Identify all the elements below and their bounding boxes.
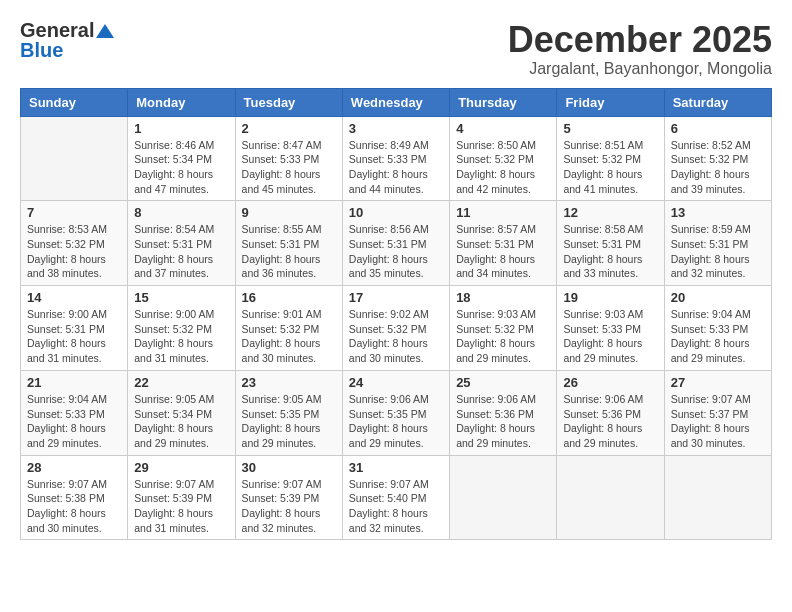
calendar-cell: 20Sunrise: 9:04 AMSunset: 5:33 PMDayligh… [664,286,771,371]
day-number: 16 [242,290,336,305]
day-info: Sunrise: 8:59 AMSunset: 5:31 PMDaylight:… [671,222,765,281]
day-info: Sunrise: 8:49 AMSunset: 5:33 PMDaylight:… [349,138,443,197]
calendar-week-row: 21Sunrise: 9:04 AMSunset: 5:33 PMDayligh… [21,370,772,455]
calendar-day-header: Sunday [21,88,128,116]
calendar-cell: 10Sunrise: 8:56 AMSunset: 5:31 PMDayligh… [342,201,449,286]
location-title: Jargalant, Bayanhongor, Mongolia [508,60,772,78]
day-info: Sunrise: 9:03 AMSunset: 5:33 PMDaylight:… [563,307,657,366]
calendar-cell: 26Sunrise: 9:06 AMSunset: 5:36 PMDayligh… [557,370,664,455]
calendar-cell: 29Sunrise: 9:07 AMSunset: 5:39 PMDayligh… [128,455,235,540]
day-number: 9 [242,205,336,220]
calendar-cell [664,455,771,540]
calendar-cell: 28Sunrise: 9:07 AMSunset: 5:38 PMDayligh… [21,455,128,540]
day-info: Sunrise: 8:56 AMSunset: 5:31 PMDaylight:… [349,222,443,281]
day-number: 31 [349,460,443,475]
day-number: 6 [671,121,765,136]
day-info: Sunrise: 9:06 AMSunset: 5:36 PMDaylight:… [563,392,657,451]
day-number: 17 [349,290,443,305]
calendar-cell: 7Sunrise: 8:53 AMSunset: 5:32 PMDaylight… [21,201,128,286]
day-info: Sunrise: 9:07 AMSunset: 5:40 PMDaylight:… [349,477,443,536]
day-info: Sunrise: 9:00 AMSunset: 5:32 PMDaylight:… [134,307,228,366]
day-number: 26 [563,375,657,390]
day-info: Sunrise: 8:50 AMSunset: 5:32 PMDaylight:… [456,138,550,197]
day-info: Sunrise: 8:52 AMSunset: 5:32 PMDaylight:… [671,138,765,197]
calendar-week-row: 7Sunrise: 8:53 AMSunset: 5:32 PMDaylight… [21,201,772,286]
calendar-table: SundayMondayTuesdayWednesdayThursdayFrid… [20,88,772,541]
calendar-cell: 6Sunrise: 8:52 AMSunset: 5:32 PMDaylight… [664,116,771,201]
day-info: Sunrise: 9:01 AMSunset: 5:32 PMDaylight:… [242,307,336,366]
calendar-cell: 12Sunrise: 8:58 AMSunset: 5:31 PMDayligh… [557,201,664,286]
day-number: 14 [27,290,121,305]
day-info: Sunrise: 9:07 AMSunset: 5:37 PMDaylight:… [671,392,765,451]
day-number: 4 [456,121,550,136]
calendar-cell: 31Sunrise: 9:07 AMSunset: 5:40 PMDayligh… [342,455,449,540]
day-number: 23 [242,375,336,390]
calendar-cell: 30Sunrise: 9:07 AMSunset: 5:39 PMDayligh… [235,455,342,540]
calendar-cell: 8Sunrise: 8:54 AMSunset: 5:31 PMDaylight… [128,201,235,286]
calendar-day-header: Monday [128,88,235,116]
day-info: Sunrise: 8:51 AMSunset: 5:32 PMDaylight:… [563,138,657,197]
day-info: Sunrise: 9:07 AMSunset: 5:38 PMDaylight:… [27,477,121,536]
logo-general-text: General [20,20,94,40]
calendar-cell: 11Sunrise: 8:57 AMSunset: 5:31 PMDayligh… [450,201,557,286]
calendar-cell [557,455,664,540]
logo-triangle-icon [96,24,114,38]
day-number: 5 [563,121,657,136]
calendar-cell: 23Sunrise: 9:05 AMSunset: 5:35 PMDayligh… [235,370,342,455]
calendar-cell: 24Sunrise: 9:06 AMSunset: 5:35 PMDayligh… [342,370,449,455]
day-info: Sunrise: 8:55 AMSunset: 5:31 PMDaylight:… [242,222,336,281]
calendar-cell: 16Sunrise: 9:01 AMSunset: 5:32 PMDayligh… [235,286,342,371]
calendar-cell: 15Sunrise: 9:00 AMSunset: 5:32 PMDayligh… [128,286,235,371]
day-number: 15 [134,290,228,305]
calendar-day-header: Thursday [450,88,557,116]
month-title: December 2025 [508,20,772,60]
page-header: General Blue December 2025 Jargalant, Ba… [20,20,772,78]
calendar-cell: 21Sunrise: 9:04 AMSunset: 5:33 PMDayligh… [21,370,128,455]
day-info: Sunrise: 9:07 AMSunset: 5:39 PMDaylight:… [242,477,336,536]
calendar-cell: 19Sunrise: 9:03 AMSunset: 5:33 PMDayligh… [557,286,664,371]
calendar-day-header: Wednesday [342,88,449,116]
day-number: 24 [349,375,443,390]
calendar-cell: 17Sunrise: 9:02 AMSunset: 5:32 PMDayligh… [342,286,449,371]
day-number: 10 [349,205,443,220]
calendar-day-header: Saturday [664,88,771,116]
day-number: 27 [671,375,765,390]
calendar-cell [21,116,128,201]
day-info: Sunrise: 8:57 AMSunset: 5:31 PMDaylight:… [456,222,550,281]
day-number: 18 [456,290,550,305]
day-info: Sunrise: 8:54 AMSunset: 5:31 PMDaylight:… [134,222,228,281]
day-number: 20 [671,290,765,305]
day-number: 30 [242,460,336,475]
calendar-cell: 5Sunrise: 8:51 AMSunset: 5:32 PMDaylight… [557,116,664,201]
day-info: Sunrise: 9:02 AMSunset: 5:32 PMDaylight:… [349,307,443,366]
day-number: 19 [563,290,657,305]
title-section: December 2025 Jargalant, Bayanhongor, Mo… [508,20,772,78]
calendar-week-row: 1Sunrise: 8:46 AMSunset: 5:34 PMDaylight… [21,116,772,201]
day-number: 1 [134,121,228,136]
calendar-week-row: 28Sunrise: 9:07 AMSunset: 5:38 PMDayligh… [21,455,772,540]
day-info: Sunrise: 9:05 AMSunset: 5:35 PMDaylight:… [242,392,336,451]
day-info: Sunrise: 9:06 AMSunset: 5:36 PMDaylight:… [456,392,550,451]
day-number: 3 [349,121,443,136]
day-info: Sunrise: 9:04 AMSunset: 5:33 PMDaylight:… [671,307,765,366]
day-info: Sunrise: 9:05 AMSunset: 5:34 PMDaylight:… [134,392,228,451]
day-info: Sunrise: 8:53 AMSunset: 5:32 PMDaylight:… [27,222,121,281]
calendar-header-row: SundayMondayTuesdayWednesdayThursdayFrid… [21,88,772,116]
calendar-cell: 9Sunrise: 8:55 AMSunset: 5:31 PMDaylight… [235,201,342,286]
day-info: Sunrise: 9:03 AMSunset: 5:32 PMDaylight:… [456,307,550,366]
day-info: Sunrise: 9:00 AMSunset: 5:31 PMDaylight:… [27,307,121,366]
day-info: Sunrise: 9:07 AMSunset: 5:39 PMDaylight:… [134,477,228,536]
day-number: 11 [456,205,550,220]
calendar-cell: 2Sunrise: 8:47 AMSunset: 5:33 PMDaylight… [235,116,342,201]
day-number: 29 [134,460,228,475]
calendar-week-row: 14Sunrise: 9:00 AMSunset: 5:31 PMDayligh… [21,286,772,371]
day-number: 8 [134,205,228,220]
calendar-cell: 18Sunrise: 9:03 AMSunset: 5:32 PMDayligh… [450,286,557,371]
day-number: 28 [27,460,121,475]
day-info: Sunrise: 9:06 AMSunset: 5:35 PMDaylight:… [349,392,443,451]
calendar-cell: 22Sunrise: 9:05 AMSunset: 5:34 PMDayligh… [128,370,235,455]
calendar-cell: 25Sunrise: 9:06 AMSunset: 5:36 PMDayligh… [450,370,557,455]
day-number: 2 [242,121,336,136]
day-info: Sunrise: 8:46 AMSunset: 5:34 PMDaylight:… [134,138,228,197]
calendar-cell: 3Sunrise: 8:49 AMSunset: 5:33 PMDaylight… [342,116,449,201]
